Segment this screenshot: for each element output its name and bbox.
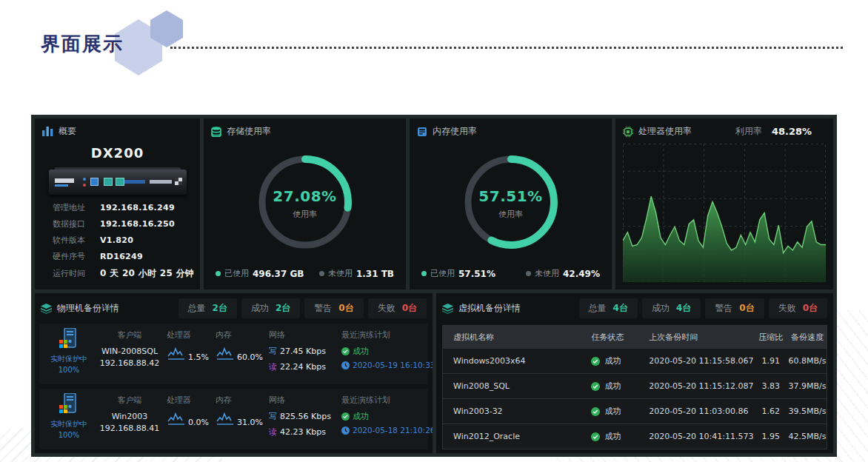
device-front-text-blue [124, 180, 145, 184]
physical-machine-row[interactable]: 实时保护中 100% 客户端 Win2003 192.168.88.41 处理器 [39, 389, 428, 449]
memory-header-label: 内存使用率 [433, 125, 477, 138]
uptime: 0 天 20 小时 25 分钟 [100, 267, 194, 280]
panel-physical-backup: 物理机备份详情 总量2台 成功2台 警告0台 失败0台 [35, 293, 433, 453]
device-port-mgmt [90, 178, 99, 186]
success-check-icon [341, 412, 350, 421]
success-check-icon [591, 407, 600, 416]
success-check-icon [591, 382, 600, 391]
physical-stat-failed[interactable]: 失败0台 [368, 298, 427, 318]
sparkline-icon [216, 346, 235, 362]
vm-table-row[interactable]: Win2008_SQL 成功 2020-05-20 11:15:12.087 3… [443, 373, 827, 398]
memory-donut-chart: 57.51% 使用率 [455, 147, 567, 261]
memory-used-value: 57.51% [458, 269, 495, 279]
net-read-value: 22.24 Kbps [280, 362, 326, 372]
device-brand-logo [55, 178, 74, 183]
success-check-icon [591, 432, 600, 441]
storage-header-label: 存储使用率 [227, 125, 271, 138]
realtime-protection-label: 实时保护中 [45, 418, 93, 429]
database-icon [211, 127, 221, 137]
free-dot-icon [526, 271, 531, 276]
field-label: 管理地址 [53, 202, 100, 213]
net-read-icon: 读 [269, 427, 277, 437]
plan-status-text: 成功 [353, 411, 369, 422]
vm-ratio: 1.91 [754, 356, 789, 366]
memory-center-label: 使用率 [498, 209, 523, 220]
vm-backup-time: 2020-05-20 10:41:11.573 [638, 432, 753, 441]
field-label: 软件版本 [53, 235, 100, 246]
field-label: 硬件序号 [53, 251, 100, 262]
cpu-area-path [623, 196, 826, 282]
vm-name: Windows2003x64 [443, 356, 581, 366]
physical-stat-warning[interactable]: 警告0台 [304, 298, 363, 318]
plan-column-label: 最近演练计划 [341, 395, 433, 406]
memory-percent: 31.0% [237, 418, 263, 427]
col-speed: 备份速度 [788, 332, 827, 343]
free-dot-icon [319, 271, 324, 276]
vm-panel-title: 虚拟机备份详情 [458, 302, 521, 315]
memory-free-value: 42.49% [563, 269, 600, 279]
vm-speed: 60.8MB/s [788, 356, 827, 366]
vm-table-row[interactable]: Win2003-32 成功 2020-05-20 11:03:00.86 1.6… [443, 398, 827, 424]
cpu-area-chart [623, 144, 826, 282]
device-port-data2 [116, 178, 124, 186]
vm-stat-failed[interactable]: 失败0台 [769, 298, 827, 318]
cpu-percent: 0.0% [188, 418, 209, 427]
physical-panel-title: 物理机备份详情 [57, 302, 119, 315]
vm-name: Win2008_SQL [443, 381, 581, 391]
vm-table-row[interactable]: Windows2003x64 成功 2020-05-20 11:15:58.06… [443, 348, 827, 373]
client-name: Win2003 [93, 411, 167, 423]
used-dot-icon [216, 271, 221, 276]
cpu-icon [623, 127, 633, 137]
vm-speed: 39.5MB/s [788, 406, 827, 416]
vm-backup-time: 2020-05-20 11:03:00.86 [638, 406, 753, 416]
cpu-percent: 1.5% [188, 352, 209, 362]
panel-memory-usage: 内存使用率 57.51% 使用率 已使用 57.51% [410, 118, 612, 289]
memory-free-legend: 未使用 42.49% [526, 268, 600, 279]
page-title: 界面展示 [41, 31, 124, 57]
vm-status-text: 成功 [604, 431, 621, 442]
vm-speed: 37.9MB/s [788, 381, 827, 391]
vm-status-text: 成功 [604, 381, 621, 392]
storage-percent: 27.08% [273, 187, 336, 205]
client-ip: 192.168.88.41 [93, 423, 167, 435]
management-address: 192.168.16.249 [100, 203, 175, 212]
physical-stat-success[interactable]: 成功2台 [241, 298, 300, 318]
vm-ratio: 1.95 [754, 432, 789, 441]
sparkline-icon [167, 346, 186, 362]
protection-percent: 100% [45, 364, 93, 375]
cpu-column-label: 处理器 [167, 329, 216, 341]
dotted-divider [170, 47, 843, 49]
net-write-value: 825.56 Kbps [280, 412, 331, 421]
memory-chip-icon [417, 127, 427, 137]
overview-header-label: 概要 [59, 125, 76, 138]
vm-stat-total[interactable]: 总量4台 [579, 298, 638, 318]
plan-time-text: 2020-05-19 16:10:33 [353, 361, 433, 369]
col-vm-name: 虚拟机名称 [443, 332, 581, 343]
software-version: V1.820 [100, 235, 133, 245]
vm-speed: 42.5MB/s [788, 432, 827, 441]
protection-percent: 100% [45, 429, 93, 441]
clock-icon [341, 361, 350, 369]
client-column-label: 客户端 [93, 395, 167, 406]
net-write-icon: 写 [269, 346, 277, 356]
physical-stat-total[interactable]: 总量2台 [178, 298, 237, 318]
field-label: 数据接口 [53, 218, 100, 230]
network-column-label: 网络 [269, 395, 341, 406]
col-status: 任务状态 [581, 332, 638, 343]
memory-percent: 60.0% [237, 352, 263, 362]
vm-status-text: 成功 [604, 406, 621, 417]
physical-machine-row[interactable]: 实时保护中 100% 客户端 WIN-2008SQL 192.168.88.42… [39, 324, 428, 384]
vm-table: 虚拟机名称 任务状态 上次备份时间 压缩比 备份速度 Windows2003x6… [442, 325, 827, 449]
vm-table-row[interactable]: Win2012_Oracle 成功 2020-05-20 10:41:11.57… [443, 424, 827, 449]
device-name: DX200 [35, 145, 200, 161]
realtime-protection-label: 实时保护中 [45, 353, 93, 364]
cpu-header-label: 处理器使用率 [638, 125, 692, 138]
vm-stat-warning[interactable]: 警告0台 [705, 298, 764, 318]
storage-used-value: 496.37 GB [253, 269, 304, 279]
plan-status-text: 成功 [353, 346, 369, 357]
storage-donut-chart: 27.08% 使用率 [250, 147, 361, 261]
plan-column-label: 最近演练计划 [341, 329, 433, 341]
network-column-label: 网络 [269, 329, 341, 341]
device-qr-code [175, 178, 182, 185]
vm-stat-success[interactable]: 成功4台 [642, 298, 701, 318]
